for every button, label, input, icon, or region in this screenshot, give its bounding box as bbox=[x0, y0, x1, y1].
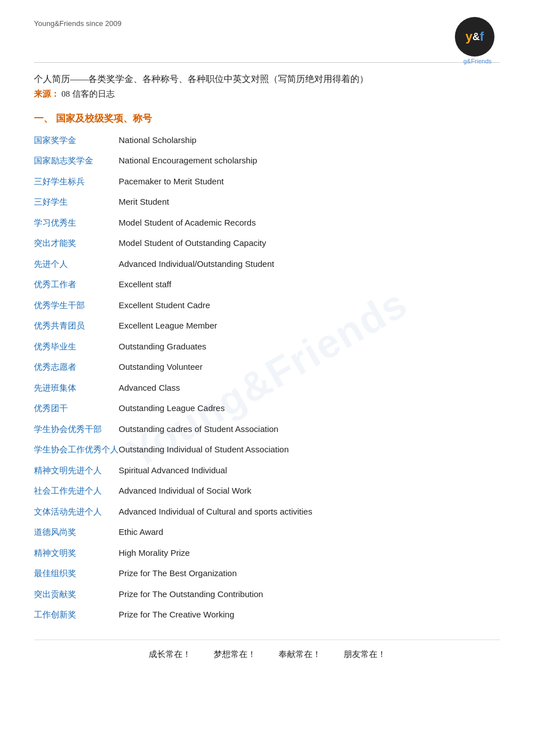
list-item: 优秀毕业生 Outstanding Graduates bbox=[34, 339, 500, 355]
list-item: 精神文明先进个人 Spiritual Advanced Individual bbox=[34, 463, 500, 478]
list-item: 先进班集体 Advanced Class bbox=[34, 381, 500, 396]
list-item: 精神文明奖 High Morality Prize bbox=[34, 546, 500, 561]
footer-item-0: 成长常在！ bbox=[149, 649, 191, 660]
english-term: Merit Student bbox=[119, 195, 169, 209]
chinese-term: 优秀毕业生 bbox=[34, 340, 119, 355]
english-term: Outstanding cadres of Student Associatio… bbox=[119, 422, 279, 437]
chinese-term: 先进个人 bbox=[34, 257, 119, 272]
chinese-term: 工作创新奖 bbox=[34, 608, 119, 623]
english-term: National Encouragement scholarship bbox=[119, 153, 257, 168]
english-term: Outstanding Volunteer bbox=[119, 360, 202, 374]
list-item: 国家励志奖学金 National Encouragement scholarsh… bbox=[34, 153, 500, 169]
logo-circle: y & f bbox=[455, 17, 494, 57]
list-item: 社会工作先进个人 Advanced Individual of Social W… bbox=[34, 483, 500, 499]
header-divider bbox=[34, 62, 500, 63]
english-term: Ethic Award bbox=[119, 525, 163, 539]
chinese-term: 文体活动先进个人 bbox=[34, 505, 119, 520]
list-item: 三好学生 Merit Student bbox=[34, 195, 500, 210]
header: Young&Friends since 2009 y & f g&Friends bbox=[34, 17, 500, 57]
chinese-term: 优秀工作者 bbox=[34, 278, 119, 292]
list-item: 文体活动先进个人 Advanced Individual of Cultural… bbox=[34, 504, 500, 520]
chinese-term: 三好学生标兵 bbox=[34, 175, 119, 189]
source-name: 08 信客的日志 bbox=[62, 89, 115, 98]
list-item: 突出贡献奖 Prize for The Outstanding Contribu… bbox=[34, 587, 500, 602]
list-item: 优秀志愿者 Outstanding Volunteer bbox=[34, 360, 500, 375]
chinese-term: 学习优秀生 bbox=[34, 216, 119, 231]
english-term: Advanced Class bbox=[119, 381, 180, 395]
english-term: Outstanding Graduates bbox=[119, 339, 206, 354]
chinese-term: 学生协会工作优秀个人 bbox=[34, 443, 119, 457]
list-item: 优秀学生干部 Excellent Student Cadre bbox=[34, 298, 500, 313]
chinese-term: 优秀学生干部 bbox=[34, 299, 119, 313]
english-term: Excellent League Member bbox=[119, 318, 217, 333]
english-term: Excellent Student Cadre bbox=[119, 298, 210, 313]
section1-heading: 一、 国家及校级奖项、称号 bbox=[34, 112, 500, 125]
english-term: Excellent staff bbox=[119, 277, 171, 292]
english-term: Outstanding League Cadres bbox=[119, 401, 225, 416]
list-item: 最佳组织奖 Prize for The Best Organization bbox=[34, 566, 500, 581]
logo-label: g&Friends bbox=[455, 58, 500, 64]
site-name: Young&Friends since 2009 bbox=[34, 17, 121, 28]
logo: y & f g&Friends bbox=[455, 17, 500, 57]
list-item: 先进个人 Advanced Individual/Outstanding Stu… bbox=[34, 257, 500, 272]
chinese-term: 精神文明奖 bbox=[34, 546, 119, 561]
list-item: 优秀工作者 Excellent staff bbox=[34, 277, 500, 292]
chinese-term: 国家奖学金 bbox=[34, 133, 119, 148]
english-term: Prize for The Best Organization bbox=[119, 566, 237, 581]
english-term: High Morality Prize bbox=[119, 546, 190, 560]
article-source: 来源： 08 信客的日志 bbox=[34, 89, 500, 100]
footer-item-3: 朋友常在！ bbox=[344, 649, 386, 660]
english-term: Advanced Individual/Outstanding Student bbox=[119, 257, 274, 271]
logo-y: y bbox=[466, 31, 472, 43]
english-term: Prize for The Outstanding Contribution bbox=[119, 587, 263, 602]
chinese-term: 突出才能奖 bbox=[34, 236, 119, 251]
list-item: 学生协会工作优秀个人 Outstanding Individual of Stu… bbox=[34, 442, 500, 457]
list-item: 道德风尚奖 Ethic Award bbox=[34, 525, 500, 540]
english-term: Model Student of Academic Records bbox=[119, 215, 256, 230]
list-item: 三好学生标兵 Pacemaker to Merit Student bbox=[34, 174, 500, 189]
english-term: Spiritual Advanced Individual bbox=[119, 463, 227, 478]
chinese-term: 先进班集体 bbox=[34, 381, 119, 396]
chinese-term: 优秀团干 bbox=[34, 401, 119, 416]
logo-f: f bbox=[480, 31, 484, 43]
english-term: National Scholarship bbox=[119, 133, 197, 148]
footer-item-2: 奉献常在！ bbox=[279, 649, 321, 660]
list-item: 国家奖学金 National Scholarship bbox=[34, 133, 500, 148]
chinese-term: 最佳组织奖 bbox=[34, 567, 119, 581]
chinese-term: 优秀共青团员 bbox=[34, 319, 119, 334]
chinese-term: 优秀志愿者 bbox=[34, 360, 119, 375]
english-term: Pacemaker to Merit Student bbox=[119, 174, 224, 189]
list-item: 学习优秀生 Model Student of Academic Records bbox=[34, 215, 500, 231]
chinese-term: 社会工作先进个人 bbox=[34, 484, 119, 499]
list-item: 学生协会优秀干部 Outstanding cadres of Student A… bbox=[34, 422, 500, 437]
list-item: 优秀共青团员 Excellent League Member bbox=[34, 318, 500, 334]
chinese-term: 道德风尚奖 bbox=[34, 525, 119, 540]
english-term: Model Student of Outstanding Capacity bbox=[119, 236, 266, 250]
english-term: Outstanding Individual of Student Associ… bbox=[119, 442, 289, 457]
footer: 成长常在！ 梦想常在！ 奉献常在！ 朋友常在！ bbox=[34, 640, 500, 660]
list-item: 工作创新奖 Prize for The Creative Working bbox=[34, 607, 500, 623]
list-item: 突出才能奖 Model Student of Outstanding Capac… bbox=[34, 236, 500, 251]
source-label: 来源： bbox=[34, 89, 59, 98]
list-item: 优秀团干 Outstanding League Cadres bbox=[34, 401, 500, 416]
english-term: Advanced Individual of Cultural and spor… bbox=[119, 504, 312, 519]
english-term: Advanced Individual of Social Work bbox=[119, 483, 251, 498]
footer-item-1: 梦想常在！ bbox=[214, 649, 256, 660]
entries-list: 国家奖学金 National Scholarship 国家励志奖学金 Natio… bbox=[34, 133, 500, 623]
chinese-term: 精神文明先进个人 bbox=[34, 464, 119, 478]
article-title: 个人简历——各类奖学金、各种称号、各种职位中英文对照（写简历绝对用得着的） bbox=[34, 72, 500, 87]
chinese-term: 三好学生 bbox=[34, 195, 119, 210]
english-term: Prize for The Creative Working bbox=[119, 607, 235, 622]
chinese-term: 学生协会优秀干部 bbox=[34, 422, 119, 437]
chinese-term: 突出贡献奖 bbox=[34, 587, 119, 602]
chinese-term: 国家励志奖学金 bbox=[34, 154, 119, 169]
